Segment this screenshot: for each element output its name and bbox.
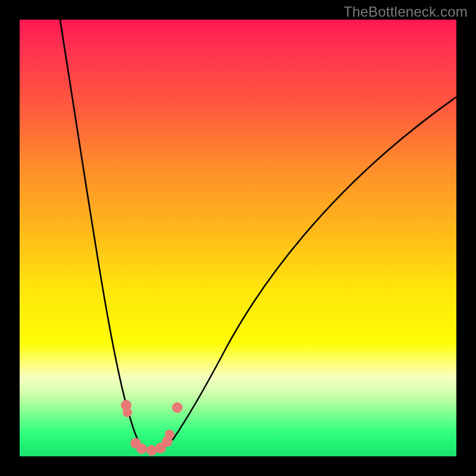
data-points [121,400,183,456]
chart-svg [20,20,456,456]
data-point [123,408,132,417]
data-point [165,430,174,439]
data-point [172,402,183,413]
bottleneck-curve [60,20,456,450]
watermark-text: TheBottleneck.com [343,4,468,20]
plot-area [20,20,456,456]
chart-frame: TheBottleneck.com [0,0,476,476]
data-point [136,443,147,454]
